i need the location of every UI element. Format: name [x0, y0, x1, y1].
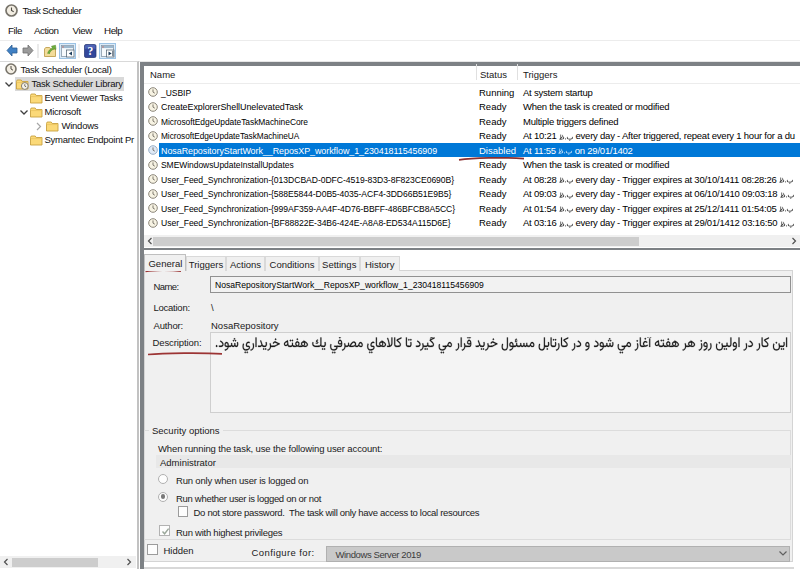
svg-text:?: ?: [87, 45, 93, 57]
